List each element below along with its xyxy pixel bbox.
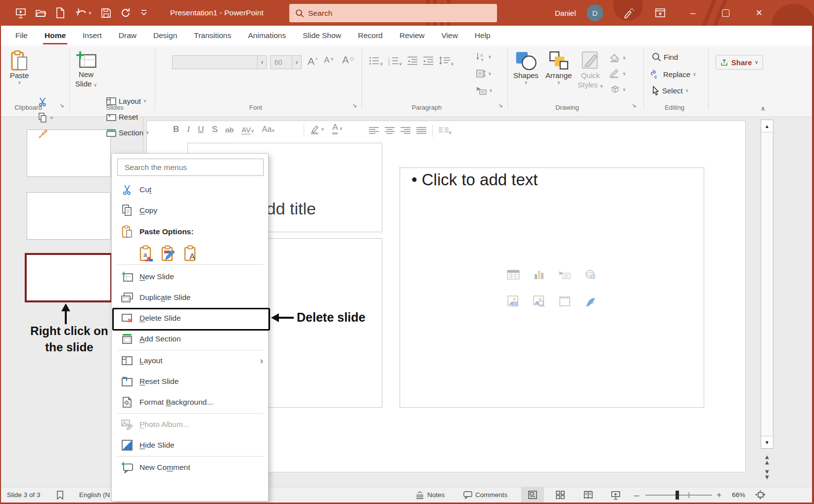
shrink-font-button[interactable]: A∨ (324, 55, 334, 65)
clear-formatting-button[interactable]: A◇ (342, 54, 354, 66)
menu-item-copy[interactable]: Copy (112, 200, 269, 221)
strikethrough-button[interactable]: ab (226, 126, 234, 134)
shape-outline-button[interactable]: ∨ (609, 69, 626, 78)
menu-item-layout[interactable]: Layout › (112, 350, 269, 371)
collapse-ribbon-button[interactable]: ∧ (761, 105, 766, 112)
increase-indent-button[interactable] (423, 56, 434, 67)
minimize-button[interactable]: – (681, 0, 704, 26)
insert-table-icon[interactable] (507, 268, 520, 283)
language-indicator[interactable]: English (N (79, 487, 110, 503)
redo-button[interactable] (116, 0, 136, 26)
bullets-button[interactable]: ∨ (369, 56, 383, 67)
underline-button[interactable]: U (198, 125, 204, 134)
zoom-in-button[interactable]: + (717, 487, 722, 503)
menu-item-add-section[interactable]: Add Section (112, 329, 269, 349)
align-center-button[interactable] (385, 126, 395, 136)
shape-fill-button[interactable]: ∨ (609, 53, 626, 62)
decrease-indent-button[interactable] (407, 56, 418, 67)
reset-button[interactable]: Reset (106, 113, 138, 121)
character-spacing-button[interactable]: AV∨ (241, 126, 254, 134)
vertical-scrollbar[interactable]: ▲ ▼ (761, 120, 773, 449)
columns-button[interactable]: ∨ (439, 127, 452, 135)
save-button[interactable] (96, 0, 116, 26)
line-spacing-button[interactable]: ∨ (439, 56, 454, 67)
notes-button[interactable]: Notes (415, 487, 445, 503)
slideshow-view-button[interactable] (604, 487, 627, 503)
paste-keep-text-only-icon[interactable]: A (183, 245, 198, 263)
open-button[interactable] (31, 0, 50, 26)
scroll-down-button[interactable]: ▼ (761, 436, 773, 448)
grow-font-button[interactable]: A^ (308, 55, 317, 67)
start-slideshow-button[interactable] (11, 0, 31, 26)
avatar[interactable]: D (587, 4, 603, 21)
convert-smartart-button[interactable]: ∨ (476, 86, 493, 95)
italic-button[interactable]: I (187, 125, 190, 134)
menu-item-delete-slide[interactable]: Delete Slide (112, 308, 269, 329)
paragraph-dialog-launcher[interactable]: ↘ (498, 102, 503, 109)
find-button[interactable]: Find (652, 52, 678, 62)
insert-video-icon[interactable] (558, 295, 571, 310)
copy-ribbon-button[interactable]: ∨ (38, 113, 53, 123)
zoom-slider-thumb[interactable] (676, 491, 679, 500)
insert-chart-icon[interactable] (533, 268, 545, 283)
menu-item-format-background[interactable]: Format Background... (112, 392, 269, 413)
fit-to-window-button[interactable] (755, 487, 766, 503)
menu-item-reset-slide[interactable]: Reset Slide (112, 371, 269, 392)
tab-review[interactable]: Review (391, 26, 433, 45)
accessibility-checker[interactable] (56, 487, 64, 503)
coach-icon[interactable] (617, 0, 640, 26)
highlight-color-button[interactable]: ∨ (310, 124, 324, 134)
menu-search-input[interactable]: Search the menus (117, 159, 264, 176)
slide-indicator[interactable]: Slide 3 of 3 (7, 487, 41, 503)
replace-button[interactable]: bc Replace ∨ (650, 69, 696, 79)
tab-animations[interactable]: Animations (239, 26, 294, 45)
align-right-button[interactable] (401, 126, 410, 136)
tab-insert[interactable]: Insert (74, 26, 110, 45)
tab-help[interactable]: Help (466, 26, 499, 45)
shapes-button[interactable]: Shapes ∨ (513, 50, 539, 85)
font-name-combobox[interactable]: ∨ (172, 55, 267, 69)
insert-cameo-icon[interactable] (584, 295, 597, 310)
close-button[interactable]: × (748, 0, 770, 26)
menu-item-cut[interactable]: Cut (112, 179, 269, 200)
insert-smartart-icon[interactable] (558, 268, 571, 283)
menu-item-duplicate-slide[interactable]: Duplicate Slide (112, 287, 269, 308)
maximize-button[interactable] (714, 0, 737, 26)
reading-view-button[interactable] (577, 487, 599, 503)
font-size-combobox[interactable]: 60∨ (270, 55, 302, 69)
slide-sorter-view-button[interactable] (549, 487, 572, 503)
slide-3-thumbnail[interactable] (25, 253, 112, 302)
undo-button[interactable]: ∨ (70, 0, 96, 26)
justify-button[interactable] (416, 126, 426, 136)
menu-item-new-comment[interactable]: New Comment (112, 457, 269, 478)
clipboard-dialog-launcher[interactable]: ↘ (59, 102, 64, 109)
font-dialog-launcher[interactable]: ↘ (352, 102, 357, 109)
scroll-up-button[interactable]: ▲ (761, 120, 773, 132)
paste-button[interactable]: Paste ∨ (10, 50, 29, 85)
arrange-button[interactable]: Arrange ∨ (545, 50, 572, 85)
font-color-button[interactable]: A ∨ (332, 123, 343, 134)
paste-keep-source-formatting-icon[interactable] (161, 245, 177, 263)
select-button[interactable]: Select ∨ (652, 86, 688, 95)
align-text-button[interactable]: ∨ (476, 69, 492, 78)
next-slide-button[interactable]: ▼▼ (761, 469, 773, 480)
tab-slideshow[interactable]: Slide Show (294, 26, 350, 45)
format-painter-button[interactable] (38, 128, 48, 139)
shape-effects-button[interactable]: ∨ (609, 85, 626, 94)
tab-draw[interactable]: Draw (110, 26, 145, 45)
ribbon-display-options-icon[interactable] (649, 0, 672, 26)
tab-view[interactable]: View (433, 26, 466, 45)
tab-design[interactable]: Design (145, 26, 185, 45)
new-file-button[interactable] (50, 0, 70, 26)
menu-item-hide-slide[interactable]: Hide Slide (112, 435, 269, 456)
menu-item-new-slide[interactable]: New Slide (112, 266, 269, 287)
previous-slide-button[interactable]: ▲▲ (761, 454, 773, 465)
share-dropdown[interactable]: ∨ (755, 60, 759, 65)
normal-view-button[interactable] (521, 487, 544, 503)
insert-3d-model-icon[interactable] (584, 268, 597, 283)
customize-qat-button[interactable] (136, 0, 152, 26)
quick-styles-button[interactable]: Quick Styles ∨ (578, 50, 603, 90)
section-button[interactable]: Section∨ (106, 128, 149, 137)
align-left-button[interactable] (369, 126, 379, 136)
zoom-out-button[interactable]: – (634, 487, 639, 503)
